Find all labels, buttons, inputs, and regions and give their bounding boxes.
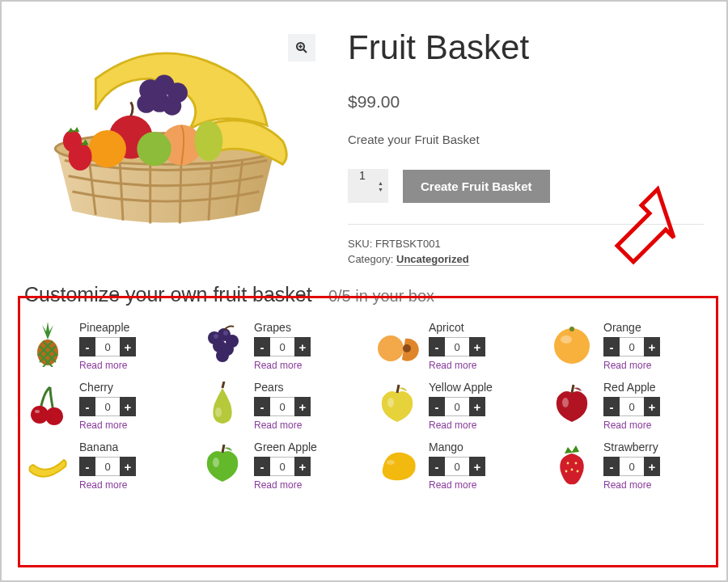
increment-button[interactable]: + xyxy=(120,337,136,356)
svg-point-37 xyxy=(214,334,218,339)
fruit-name: Banana xyxy=(79,441,180,453)
decrement-button[interactable]: - xyxy=(254,337,270,356)
read-more-link[interactable]: Read more xyxy=(603,420,704,431)
fruit-card: Grapes - 0 + Read more xyxy=(199,321,354,371)
increment-button[interactable]: + xyxy=(644,337,660,356)
create-basket-button[interactable]: Create Fruit Basket xyxy=(403,170,550,203)
fruit-quantity-value[interactable]: 0 xyxy=(620,397,644,416)
fruit-quantity-value[interactable]: 0 xyxy=(620,337,644,356)
read-more-link[interactable]: Read more xyxy=(429,360,529,371)
fruit-card: Red Apple - 0 + Read more xyxy=(548,381,704,431)
read-more-link[interactable]: Read more xyxy=(429,420,529,431)
increment-button[interactable]: + xyxy=(644,457,660,476)
fruit-quantity-stepper: - 0 + xyxy=(429,337,529,356)
svg-point-56 xyxy=(567,462,569,465)
svg-point-20 xyxy=(195,120,223,161)
decrement-button[interactable]: - xyxy=(254,397,270,416)
apple-icon[interactable] xyxy=(374,381,421,428)
increment-button[interactable]: + xyxy=(469,397,485,416)
svg-point-46 xyxy=(35,410,40,413)
increment-button[interactable]: + xyxy=(120,457,136,476)
strawberry-icon[interactable] xyxy=(548,441,595,487)
increment-button[interactable]: + xyxy=(294,397,311,416)
fruit-quantity-value[interactable]: 0 xyxy=(270,457,294,476)
decrement-button[interactable]: - xyxy=(429,457,445,476)
fruit-quantity-value[interactable]: 0 xyxy=(445,337,469,356)
fruit-quantity-value[interactable]: 0 xyxy=(95,457,120,476)
increment-button[interactable]: + xyxy=(120,397,136,416)
read-more-link[interactable]: Read more xyxy=(79,360,180,371)
banana-icon[interactable] xyxy=(24,441,71,487)
qty-down-icon[interactable]: ▼ xyxy=(378,187,383,192)
product-image[interactable] xyxy=(24,24,324,268)
zoom-icon[interactable] xyxy=(288,34,315,61)
decrement-button[interactable]: - xyxy=(429,337,445,356)
decrement-button[interactable]: - xyxy=(254,457,270,476)
cherry-icon[interactable] xyxy=(24,381,71,428)
apple-icon[interactable] xyxy=(199,441,246,487)
category-link[interactable]: Uncategorized xyxy=(396,253,469,266)
read-more-link[interactable]: Read more xyxy=(429,479,529,491)
read-more-link[interactable]: Read more xyxy=(254,360,354,371)
svg-point-40 xyxy=(403,344,411,352)
pineapple-icon[interactable] xyxy=(24,321,71,368)
decrement-button[interactable]: - xyxy=(79,397,95,416)
fruit-name: Pineapple xyxy=(79,321,180,334)
sku-label: SKU: xyxy=(348,238,372,250)
fruit-card: Banana - 0 + Read more xyxy=(24,441,180,491)
mango-icon[interactable] xyxy=(374,441,421,487)
read-more-link[interactable]: Read more xyxy=(79,479,180,491)
orange-icon[interactable] xyxy=(548,321,595,368)
svg-point-39 xyxy=(378,335,404,361)
read-more-link[interactable]: Read more xyxy=(603,479,704,491)
quantity-stepper[interactable]: 1 ▲▼ xyxy=(348,169,388,203)
pear-icon[interactable] xyxy=(199,381,246,428)
svg-point-58 xyxy=(571,469,574,471)
decrement-button[interactable]: - xyxy=(603,397,620,416)
fruit-card: Strawberry - 0 + Read more xyxy=(548,441,704,491)
decrement-button[interactable]: - xyxy=(603,337,620,356)
increment-button[interactable]: + xyxy=(294,457,311,476)
svg-point-18 xyxy=(89,130,126,167)
decrement-button[interactable]: - xyxy=(603,457,620,476)
svg-point-15 xyxy=(163,97,181,116)
fruit-name: Orange xyxy=(603,321,704,334)
qty-up-icon[interactable]: ▲ xyxy=(378,180,383,186)
product-info: Fruit Basket $99.00 Create your Fruit Ba… xyxy=(348,24,704,268)
decrement-button[interactable]: - xyxy=(429,397,445,416)
svg-point-16 xyxy=(137,95,155,113)
read-more-link[interactable]: Read more xyxy=(603,360,704,371)
fruit-quantity-value[interactable]: 0 xyxy=(270,337,294,356)
svg-point-22 xyxy=(63,130,82,152)
increment-button[interactable]: + xyxy=(294,337,311,356)
svg-line-50 xyxy=(397,385,399,393)
grapes-icon[interactable] xyxy=(199,321,246,368)
fruit-quantity-value[interactable]: 0 xyxy=(620,457,644,476)
decrement-button[interactable]: - xyxy=(79,337,95,356)
fruit-quantity-stepper: - 0 + xyxy=(603,397,704,416)
svg-point-57 xyxy=(575,462,578,465)
increment-button[interactable]: + xyxy=(469,457,485,476)
read-more-link[interactable]: Read more xyxy=(79,420,180,431)
fruit-quantity-value[interactable]: 0 xyxy=(445,457,469,476)
fruit-quantity-stepper: - 0 + xyxy=(429,397,529,416)
fruit-quantity-value[interactable]: 0 xyxy=(95,397,120,416)
fruit-quantity-value[interactable]: 0 xyxy=(270,397,294,416)
fruit-quantity-stepper: - 0 + xyxy=(603,457,704,476)
fruit-quantity-value[interactable]: 0 xyxy=(445,397,469,416)
apple-icon[interactable] xyxy=(548,381,595,428)
apricot-icon[interactable] xyxy=(374,321,421,368)
fruit-card: Cherry - 0 + Read more xyxy=(24,381,180,431)
fruit-name: Apricot xyxy=(429,321,529,334)
read-more-link[interactable]: Read more xyxy=(254,479,354,491)
svg-point-45 xyxy=(45,407,63,425)
increment-button[interactable]: + xyxy=(469,337,485,356)
fruit-name: Red Apple xyxy=(603,381,704,394)
divider xyxy=(348,224,704,225)
fruit-quantity-stepper: - 0 + xyxy=(254,337,354,356)
fruit-quantity-value[interactable]: 0 xyxy=(95,337,120,356)
increment-button[interactable]: + xyxy=(644,397,660,416)
read-more-link[interactable]: Read more xyxy=(254,420,354,431)
svg-line-1 xyxy=(303,49,307,53)
decrement-button[interactable]: - xyxy=(79,457,95,476)
